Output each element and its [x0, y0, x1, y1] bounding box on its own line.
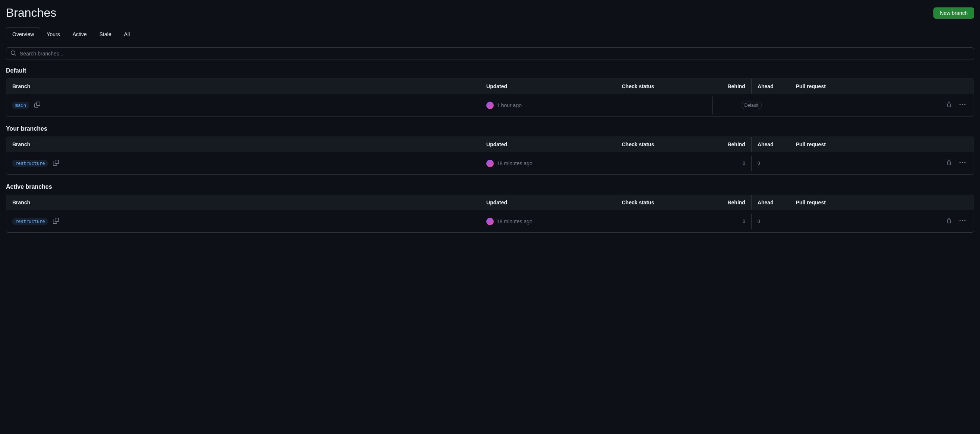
col-behind: Behind — [713, 137, 751, 152]
col-ahead: Ahead — [751, 79, 790, 94]
tab-nav: Overview Yours Active Stale All — [6, 27, 974, 41]
your-branches-table: Branch Updated Check status Behind Ahead… — [6, 136, 974, 174]
ahead-count: 0 — [757, 161, 760, 166]
tab-yours[interactable]: Yours — [40, 27, 66, 41]
copy-icon — [53, 160, 59, 167]
delete-branch-button[interactable] — [944, 100, 954, 111]
kebab-icon — [959, 101, 966, 109]
col-behind: Behind — [713, 195, 751, 210]
more-actions-button[interactable] — [957, 157, 968, 169]
col-updated: Updated — [480, 195, 616, 210]
new-branch-button[interactable]: New branch — [934, 8, 974, 19]
col-updated: Updated — [480, 137, 616, 152]
col-check-status: Check status — [616, 137, 713, 152]
kebab-icon — [959, 218, 966, 225]
section-title-active-branches: Active branches — [6, 184, 974, 190]
behind-count: 0 — [743, 219, 745, 224]
search-input[interactable] — [6, 47, 974, 60]
section-title-default: Default — [6, 67, 974, 74]
delete-branch-button[interactable] — [944, 215, 954, 227]
copy-branch-button[interactable] — [32, 100, 43, 111]
tab-active[interactable]: Active — [66, 27, 93, 41]
ahead-count: 0 — [757, 219, 760, 224]
branch-link[interactable]: restructure — [12, 218, 48, 225]
col-pull-request: Pull request — [790, 137, 897, 152]
avatar[interactable] — [486, 160, 494, 167]
updated-time: 1 hour ago — [497, 102, 522, 108]
col-pull-request: Pull request — [790, 79, 897, 94]
updated-time: 18 minutes ago — [497, 160, 533, 166]
copy-branch-button[interactable] — [51, 157, 61, 169]
trash-icon — [946, 160, 952, 167]
search-icon — [10, 50, 16, 57]
col-branch: Branch — [6, 79, 480, 94]
col-pull-request: Pull request — [790, 195, 897, 210]
more-actions-button[interactable] — [957, 215, 968, 227]
table-row: main 1 hour ago Default — [6, 94, 974, 116]
col-check-status: Check status — [616, 195, 713, 210]
branch-link[interactable]: main — [12, 102, 29, 109]
col-branch: Branch — [6, 195, 480, 210]
col-updated: Updated — [480, 79, 616, 94]
col-branch: Branch — [6, 137, 480, 152]
default-badge: Default — [741, 101, 762, 109]
tab-stale[interactable]: Stale — [93, 27, 118, 41]
kebab-icon — [959, 160, 966, 167]
active-branches-table: Branch Updated Check status Behind Ahead… — [6, 195, 974, 233]
trash-icon — [946, 101, 952, 109]
table-row: restructure 18 minutes ago 0 0 — [6, 210, 974, 232]
avatar[interactable] — [486, 218, 494, 225]
col-ahead: Ahead — [751, 137, 790, 152]
default-table: Branch Updated Check status Behind Ahead… — [6, 79, 974, 117]
table-row: restructure 18 minutes ago 0 0 — [6, 152, 974, 174]
avatar[interactable] — [486, 101, 494, 109]
behind-count: 0 — [743, 161, 745, 166]
tab-all[interactable]: All — [118, 27, 136, 41]
section-title-your-branches: Your branches — [6, 125, 974, 132]
copy-branch-button[interactable] — [51, 215, 61, 227]
col-ahead: Ahead — [751, 195, 790, 210]
col-check-status: Check status — [616, 79, 713, 94]
page-title: Branches — [6, 6, 56, 20]
updated-time: 18 minutes ago — [497, 219, 533, 225]
trash-icon — [946, 218, 952, 225]
copy-icon — [53, 218, 59, 225]
delete-branch-button[interactable] — [944, 157, 954, 169]
more-actions-button[interactable] — [957, 100, 968, 111]
branch-link[interactable]: restructure — [12, 160, 48, 167]
tab-overview[interactable]: Overview — [6, 27, 40, 41]
copy-icon — [34, 101, 40, 109]
col-behind: Behind — [713, 79, 751, 94]
